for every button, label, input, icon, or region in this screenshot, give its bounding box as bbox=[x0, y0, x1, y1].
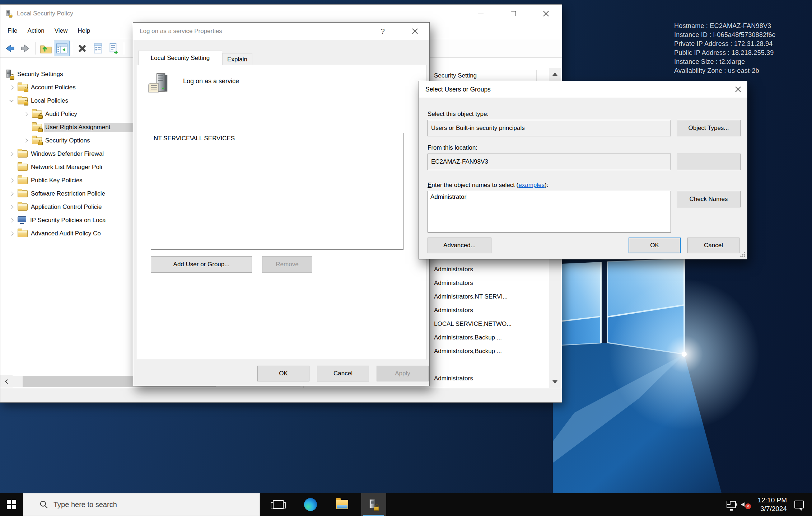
properties-cancel-button[interactable]: Cancel bbox=[317, 366, 369, 381]
remove-button[interactable]: Remove bbox=[262, 256, 312, 273]
tab-page: Log on as a service NT SERVICE\ALL SERVI… bbox=[137, 65, 426, 360]
properties-icon bbox=[92, 42, 104, 55]
list-row[interactable]: Administrators bbox=[434, 375, 473, 382]
folder-up-icon bbox=[39, 42, 52, 55]
back-button[interactable] bbox=[2, 41, 18, 56]
enter-names-label: Enter the object names to select (exampl… bbox=[428, 182, 548, 189]
collapse-chevron-icon[interactable] bbox=[5, 94, 18, 107]
dialog-close-button[interactable] bbox=[732, 81, 744, 98]
list-row[interactable]: Administrators,Backup ... bbox=[434, 334, 502, 341]
start-button[interactable] bbox=[0, 493, 23, 516]
local-security-policy-taskbar-button[interactable] bbox=[361, 493, 386, 516]
menu-view[interactable]: View bbox=[50, 23, 73, 39]
info-hostname: Hostname : EC2AMAZ-FAN98V3 bbox=[674, 22, 776, 31]
dialog-close-button[interactable] bbox=[409, 23, 421, 40]
advanced-button[interactable]: Advanced... bbox=[428, 238, 491, 253]
close-button[interactable] bbox=[529, 5, 562, 23]
help-button[interactable]: ? bbox=[377, 23, 389, 40]
expand-chevron-icon[interactable] bbox=[5, 200, 18, 214]
locations-button[interactable] bbox=[677, 154, 741, 170]
object-type-field[interactable]: Users or Built-in security principals bbox=[428, 120, 671, 136]
security-settings-icon bbox=[5, 70, 14, 79]
edge-taskbar-button[interactable] bbox=[298, 493, 323, 516]
file-explorer-taskbar-button[interactable] bbox=[330, 493, 355, 516]
properties-ok-button[interactable]: OK bbox=[257, 366, 309, 381]
from-location-label: From this location: bbox=[428, 144, 477, 151]
expand-chevron-icon[interactable] bbox=[20, 107, 32, 121]
folder-icon bbox=[18, 150, 28, 158]
forward-button[interactable] bbox=[18, 41, 33, 56]
dialog-title: Log on as a service Properties bbox=[140, 28, 222, 35]
list-row[interactable]: Administrators bbox=[434, 307, 473, 314]
up-level-button[interactable] bbox=[38, 41, 54, 56]
maximize-button[interactable] bbox=[497, 5, 529, 23]
check-names-button[interactable]: Check Names bbox=[677, 191, 741, 207]
expand-chevron-icon[interactable] bbox=[5, 81, 18, 94]
member-entry[interactable]: NT SERVICE\ALL SERVICES bbox=[154, 135, 235, 142]
menu-file[interactable]: File bbox=[0, 23, 22, 39]
minimize-button[interactable] bbox=[464, 5, 497, 23]
resize-grip[interactable] bbox=[740, 252, 745, 257]
properties-button[interactable] bbox=[90, 41, 106, 56]
select-ok-button[interactable]: OK bbox=[629, 238, 681, 253]
menu-help[interactable]: Help bbox=[73, 23, 95, 39]
dialog-title-bar[interactable]: Select Users or Groups bbox=[419, 81, 747, 98]
object-type-label: Select this object type: bbox=[428, 111, 489, 118]
tree-item-label: Advanced Audit Policy Co bbox=[31, 230, 101, 237]
properties-apply-button[interactable]: Apply bbox=[377, 366, 429, 381]
task-view-button[interactable] bbox=[266, 493, 291, 516]
expand-chevron-icon[interactable] bbox=[5, 174, 18, 187]
log-on-as-a-service-properties-dialog: Log on as a service Properties ? Local S… bbox=[133, 22, 430, 386]
delete-x-icon bbox=[76, 42, 88, 55]
expand-chevron-icon[interactable] bbox=[5, 147, 18, 160]
location-field[interactable]: EC2AMAZ-FAN98V3 bbox=[428, 154, 671, 170]
folder-lock-icon bbox=[32, 137, 42, 144]
list-row[interactable]: Administrators bbox=[434, 266, 473, 273]
export-list-button[interactable] bbox=[106, 41, 122, 56]
expand-chevron-icon[interactable] bbox=[5, 187, 18, 200]
examples-link[interactable]: examples bbox=[518, 182, 545, 188]
folder-lock-icon bbox=[18, 97, 28, 104]
add-user-or-group-button[interactable]: Add User or Group... bbox=[151, 256, 252, 273]
object-names-value: Administrator bbox=[430, 193, 466, 200]
object-types-button[interactable]: Object Types... bbox=[677, 120, 741, 136]
expand-chevron-icon[interactable] bbox=[5, 214, 18, 227]
menu-action[interactable]: Action bbox=[22, 23, 49, 39]
taskbar-search-box[interactable]: Type here to search bbox=[23, 493, 260, 516]
console-tree-toggle-button[interactable] bbox=[54, 41, 70, 56]
tree-item-label: Account Policies bbox=[31, 84, 76, 91]
list-row[interactable]: Administrators bbox=[434, 280, 473, 287]
object-names-textarea[interactable]: Administrator bbox=[428, 191, 671, 233]
mmc-app-icon bbox=[6, 10, 12, 17]
tree-item-label: Audit Policy bbox=[45, 111, 77, 118]
list-row[interactable]: Administrators,NT SERVI... bbox=[434, 293, 508, 300]
list-row[interactable]: Administrators,Backup ... bbox=[434, 348, 502, 355]
windows-logo-icon bbox=[7, 500, 16, 509]
policy-members-listbox[interactable]: NT SERVICE\ALL SERVICES bbox=[151, 133, 403, 250]
select-users-or-groups-dialog: Select Users or Groups Select this objec… bbox=[419, 81, 747, 259]
column-security-setting[interactable]: Security Setting bbox=[434, 72, 477, 79]
expand-chevron-icon[interactable] bbox=[5, 227, 18, 240]
main-title-bar[interactable]: Local Security Policy bbox=[0, 5, 562, 23]
scroll-down-arrow[interactable] bbox=[549, 376, 561, 388]
tab-local-security-setting[interactable]: Local Security Setting bbox=[138, 51, 222, 65]
taskbar: Type here to search ✕ 12:10 PM 3/7/2024 bbox=[0, 493, 812, 516]
info-instance-id: Instance ID : i-065a48f5730882f6e bbox=[674, 31, 776, 39]
tree-item-label: Security Options bbox=[45, 137, 90, 144]
window-title: Local Security Policy bbox=[17, 10, 73, 17]
delete-button[interactable] bbox=[74, 41, 90, 56]
volume-muted-tray-icon[interactable]: ✕ bbox=[738, 493, 753, 516]
column-separator[interactable] bbox=[536, 70, 537, 82]
taskbar-clock[interactable]: 12:10 PM 3/7/2024 bbox=[758, 496, 787, 513]
toolbar-separator bbox=[124, 42, 124, 55]
scroll-left-arrow[interactable] bbox=[0, 375, 13, 388]
scroll-up-arrow[interactable] bbox=[549, 68, 561, 80]
folder-lock-icon bbox=[32, 111, 42, 118]
forward-icon bbox=[19, 42, 32, 55]
list-row[interactable]: LOCAL SERVICE,NETWO... bbox=[434, 320, 512, 328]
action-center-button[interactable] bbox=[792, 493, 806, 516]
expand-chevron-icon[interactable] bbox=[20, 134, 32, 147]
tree-item-label: Network List Manager Poli bbox=[31, 164, 102, 171]
tab-explain[interactable]: Explain bbox=[222, 53, 252, 65]
select-cancel-button[interactable]: Cancel bbox=[687, 238, 739, 253]
